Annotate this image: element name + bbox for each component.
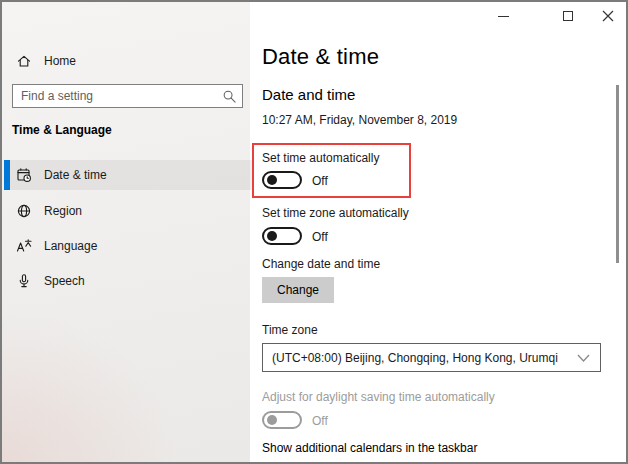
- set-time-auto-label: Set time automatically: [262, 151, 379, 165]
- sidebar-item-home[interactable]: Home: [4, 46, 252, 76]
- maximize-button[interactable]: [553, 4, 583, 28]
- current-datetime: 10:27 AM, Friday, November 8, 2019: [262, 113, 457, 127]
- sidebar-item-label: Language: [44, 239, 97, 253]
- scrollbar[interactable]: [616, 85, 619, 263]
- section-heading: Date and time: [262, 86, 355, 103]
- sidebar-item-region[interactable]: Region: [4, 196, 252, 226]
- time-zone-selected-option: (UTC+08:00) Beijing, Chongqing, Hong Kon…: [272, 351, 558, 365]
- sidebar-item-label: Date & time: [44, 168, 107, 182]
- selected-accent-bar: [4, 160, 10, 190]
- maximize-icon: [563, 11, 573, 21]
- sidebar-item-language[interactable]: Language: [4, 231, 252, 261]
- close-icon: [602, 10, 614, 22]
- minimize-button[interactable]: [488, 4, 518, 28]
- toggle-knob: [267, 175, 277, 185]
- search-box: [12, 84, 243, 108]
- search-input[interactable]: [13, 85, 242, 107]
- sidebar-item-label: Home: [44, 54, 76, 68]
- sidebar-item-speech[interactable]: Speech: [4, 266, 252, 296]
- daylight-saving-label: Adjust for daylight saving time automati…: [262, 390, 495, 404]
- chevron-down-icon: [577, 353, 590, 363]
- additional-calendars-heading: Show additional calendars in the taskbar: [262, 441, 477, 455]
- sidebar-section-title: Time & Language: [12, 123, 112, 137]
- set-time-auto-toggle[interactable]: [262, 171, 302, 189]
- set-timezone-auto-state: Off: [312, 230, 328, 244]
- sidebar-item-label: Speech: [44, 274, 85, 288]
- set-timezone-auto-label: Set time zone automatically: [262, 206, 409, 220]
- daylight-saving-toggle: [262, 411, 302, 429]
- change-button[interactable]: Change: [262, 277, 334, 303]
- home-icon: [16, 53, 32, 69]
- close-button[interactable]: [593, 4, 623, 28]
- toggle-knob: [267, 415, 277, 425]
- sidebar-item-date-time[interactable]: Date & time: [4, 160, 252, 190]
- time-zone-label: Time zone: [262, 323, 318, 337]
- sidebar: Home Time & Language Date & time: [2, 2, 250, 462]
- set-timezone-auto-toggle[interactable]: [262, 227, 302, 245]
- sidebar-item-label: Region: [44, 204, 82, 218]
- toggle-knob: [267, 231, 277, 241]
- daylight-saving-state: Off: [312, 414, 328, 428]
- change-date-time-label: Change date and time: [262, 257, 380, 271]
- page-title: Date & time: [262, 44, 379, 70]
- time-zone-dropdown[interactable]: (UTC+08:00) Beijing, Chongqing, Hong Kon…: [262, 343, 601, 372]
- calendar-clock-icon: [16, 167, 32, 183]
- globe-icon: [16, 203, 32, 219]
- set-time-auto-state: Off: [312, 174, 328, 188]
- language-icon: [16, 238, 32, 254]
- search-icon: [222, 89, 237, 104]
- microphone-icon: [16, 273, 32, 289]
- minimize-icon: [498, 16, 509, 17]
- settings-window: Settings Home Time & Language: [0, 0, 628, 464]
